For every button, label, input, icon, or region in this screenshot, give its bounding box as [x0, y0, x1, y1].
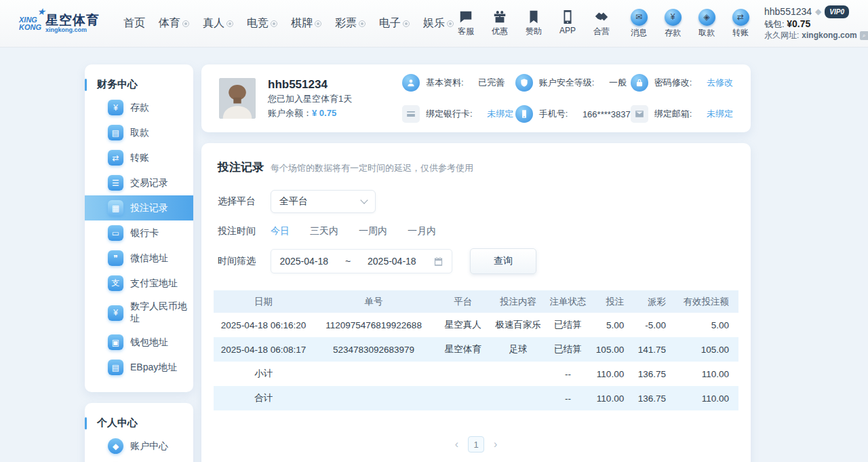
bet-records-card: 投注记录 每个场馆的数据将有一定时间的延迟，仅供参考使用 选择平台 全平台 投注…	[201, 143, 751, 462]
ebpay-icon: ▤	[108, 360, 123, 375]
withdraw-button[interactable]: ◈取款	[695, 9, 718, 39]
table-header-row: 日期 单号 平台 投注内容 注单状态 投注 派彩 有效投注额	[214, 290, 738, 313]
affiliate-button[interactable]: 合营	[589, 9, 614, 37]
nav-entertainment[interactable]: 娱乐	[423, 16, 454, 31]
status-badge: 已结算	[545, 313, 592, 337]
date-from[interactable]: 2025-04-18	[279, 256, 328, 267]
transaction-records-icon: ☰	[108, 175, 123, 191]
change-password-link[interactable]: 去修改	[707, 77, 733, 89]
page-number[interactable]: 1	[468, 436, 484, 453]
platform-select[interactable]: 全平台	[271, 190, 376, 213]
field-password-change: 密码修改: 去修改	[631, 74, 733, 92]
pagination: ‹ 1 ›	[214, 436, 738, 453]
nav-esports[interactable]: 电竞	[247, 16, 277, 31]
sidebar-item-account-center[interactable]: ◆账户中心	[85, 434, 193, 459]
sidebar-item-bank-card[interactable]: ▭银行卡	[85, 220, 193, 246]
promo-button[interactable]: 优惠	[488, 9, 512, 37]
sidebar-item-transaction-records[interactable]: ☰交易记录	[85, 170, 193, 195]
field-bank-card: 绑定银行卡: 未绑定	[402, 105, 515, 123]
dropdown-dot-icon	[182, 20, 189, 27]
total-row: 合计 -- 110.00 136.75 110.00	[214, 386, 738, 410]
nav-chess[interactable]: 棋牌	[291, 16, 321, 31]
messages-button[interactable]: ✉消息	[627, 9, 650, 39]
chat-icon	[458, 9, 473, 24]
nav-sports[interactable]: 体育	[159, 16, 189, 31]
next-page-button[interactable]: ›	[494, 438, 497, 450]
time-option-week[interactable]: 一周内	[359, 225, 387, 237]
handshake-icon	[594, 9, 609, 24]
sidebar-item-realtime-rebate[interactable]: %实时返水	[85, 459, 193, 462]
sidebar-item-alipay-address[interactable]: 支支付宝地址	[85, 271, 193, 296]
bind-email-link[interactable]: 未绑定	[707, 108, 733, 120]
lock-icon	[631, 74, 648, 92]
time-option-3days[interactable]: 三天内	[310, 225, 338, 237]
quick-links: 客服 优惠 赞助 APP 合营	[454, 9, 614, 37]
personal-center-panel: 个人中心 ◆账户中心 %实时返水	[85, 403, 193, 462]
page-title: 投注记录	[218, 159, 264, 175]
withdraw-icon: ▤	[108, 125, 123, 140]
site-logo[interactable]: XINGKONG ★ 星空体育 xingkong.com	[19, 14, 106, 33]
field-basic-info: 基本资料: 已完善	[402, 74, 515, 92]
table-row: 2025-04-18 06:08:17 5234783092683979 星空体…	[214, 337, 738, 362]
nav-live[interactable]: 真人	[203, 16, 233, 31]
wallet-label: 钱包:	[764, 19, 785, 29]
sidebar-item-digital-rmb-address[interactable]: ¥数字人民币地址	[85, 296, 193, 330]
transfer-button[interactable]: ⇄转账	[729, 9, 752, 39]
nav-home[interactable]: 首页	[123, 16, 145, 31]
mail-icon	[631, 105, 648, 123]
query-button[interactable]: 查询	[470, 248, 536, 274]
profile-joined-text: 您已加入星空体育1天	[268, 92, 390, 106]
nav-slots[interactable]: 电子	[379, 16, 410, 31]
sidebar-item-ebpay-address[interactable]: ▤EBpay地址	[85, 355, 193, 380]
phone-icon	[560, 9, 575, 24]
finance-center-title: 财务中心	[85, 74, 193, 95]
bet-records-table: 日期 单号 平台 投注内容 注单状态 投注 派彩 有效投注额 2025-04-1…	[214, 290, 738, 410]
sidebar-item-transfer[interactable]: ⇄转账	[85, 145, 193, 170]
username: hhb551234	[764, 6, 812, 18]
main-content: hhb551234 您已加入星空体育1天 账户余额：¥ 0.75 基本资料: 已…	[201, 64, 751, 462]
time-option-today[interactable]: 今日	[271, 225, 290, 237]
gem-icon: ◆	[815, 6, 821, 18]
service-button[interactable]: 客服	[454, 9, 478, 37]
calendar-icon[interactable]	[433, 256, 443, 267]
sponsor-button[interactable]: 赞助	[521, 9, 546, 37]
dropdown-dot-icon	[271, 20, 277, 27]
sidebar-item-deposit[interactable]: ¥存款	[85, 95, 193, 120]
field-email: 绑定邮箱: 未绑定	[631, 105, 733, 123]
withdraw-icon: ◈	[698, 9, 715, 26]
bind-bank-card-link[interactable]: 未绑定	[487, 108, 513, 120]
deposit-button[interactable]: ¥存款	[661, 9, 684, 39]
profile-username: hhb551234	[268, 77, 390, 92]
sidebar-item-wallet-address[interactable]: ▣钱包地址	[85, 330, 193, 355]
topbar: XINGKONG ★ 星空体育 xingkong.com 首页 体育 真人 电竞…	[0, 0, 868, 47]
bank-card-icon	[402, 105, 420, 123]
shield-icon	[515, 74, 533, 92]
bet-time-label: 投注时间	[218, 225, 271, 237]
magnifier-icon[interactable]: ⌕	[860, 31, 868, 40]
balance-label: 账户余额：	[268, 108, 312, 118]
logo-brand-name: 星空体育	[45, 14, 100, 26]
prev-page-button[interactable]: ‹	[455, 438, 458, 450]
date-to[interactable]: 2025-04-18	[368, 256, 416, 267]
user-icon	[402, 74, 420, 92]
nav-lottery[interactable]: 彩票	[335, 16, 366, 31]
records-disclaimer: 每个场馆的数据将有一定时间的延迟，仅供参考使用	[271, 162, 473, 174]
deposit-icon: ¥	[665, 9, 682, 26]
permanent-url[interactable]: xingkong.com	[802, 30, 856, 41]
dropdown-dot-icon	[315, 20, 321, 27]
sidebar-item-wechat-address[interactable]: ❞微信地址	[85, 246, 193, 271]
sidebar-item-bet-records[interactable]: ▦投注记录	[85, 195, 193, 220]
vip-badge: VIP0	[825, 5, 849, 18]
message-icon: ✉	[631, 9, 648, 26]
field-security-level: 账户安全等级: 一般	[515, 74, 631, 92]
time-option-month[interactable]: 一月内	[408, 225, 436, 237]
platform-filter-label: 选择平台	[218, 195, 271, 208]
app-button[interactable]: APP	[555, 9, 580, 37]
bet-records-icon: ▦	[108, 200, 123, 216]
dropdown-dot-icon	[359, 20, 366, 27]
date-range-input[interactable]: 2025-04-18 ~ 2025-04-18	[271, 249, 452, 273]
main-nav: 首页 体育 真人 电竞 棋牌 彩票 电子 娱乐	[123, 16, 454, 31]
sidebar-item-withdraw[interactable]: ▤取款	[85, 120, 193, 145]
field-phone-number: 手机号: 166****3837	[515, 105, 631, 123]
mobile-icon	[515, 105, 533, 123]
